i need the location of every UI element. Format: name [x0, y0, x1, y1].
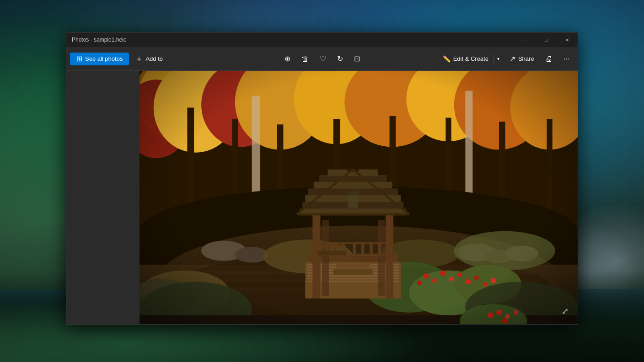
photo-display	[140, 71, 578, 324]
toolbar-center: ⊕ 🗑 ♡ ↻ ⊡	[280, 53, 365, 65]
see-all-photos-label: See all photos	[85, 55, 123, 62]
edit-create-label: Edit & Create	[453, 55, 488, 62]
share-icon: ↗	[510, 55, 515, 63]
favorite-button[interactable]: ♡	[315, 53, 331, 65]
delete-icon: 🗑	[301, 55, 309, 63]
print-icon: 🖨	[545, 55, 553, 63]
rotate-icon: ↻	[337, 55, 343, 63]
chevron-down-icon: ▾	[497, 56, 499, 61]
see-all-photos-button[interactable]: ⊞ See all photos	[70, 53, 129, 65]
window-title: Photos - sample1.heic	[72, 37, 126, 43]
edit-create-icon: ✏️	[443, 55, 451, 63]
title-bar: Photos - sample1.heic ─ □ ✕	[66, 32, 578, 47]
sidebar-panel	[66, 71, 140, 324]
more-icon: ···	[564, 55, 569, 63]
edit-create-main-button[interactable]: ✏️ Edit & Create	[438, 53, 493, 65]
zoom-icon: ⊕	[284, 55, 290, 63]
share-label: Share	[518, 55, 534, 62]
content-area: ⤢	[66, 71, 578, 324]
close-button[interactable]: ✕	[557, 32, 578, 47]
toolbar-left: ⊞ See all photos ＋ Add to	[70, 53, 280, 65]
print-button[interactable]: 🖨	[541, 53, 557, 65]
svg-rect-114	[140, 71, 578, 324]
share-button[interactable]: ↗ Share	[505, 53, 539, 65]
minimize-button[interactable]: ─	[515, 32, 536, 47]
photos-app-window: Photos - sample1.heic ─ □ ✕ ⊞ See all ph…	[66, 32, 578, 325]
add-to-label: Add to	[145, 55, 163, 62]
crop-button[interactable]: ⊡	[349, 53, 365, 65]
add-icon: ＋	[135, 55, 143, 63]
delete-button[interactable]: 🗑	[297, 53, 313, 65]
toolbar-right: ✏️ Edit & Create ▾ ↗ Share 🖨 ···	[365, 53, 574, 65]
maximize-button[interactable]: □	[536, 32, 557, 47]
fullscreen-button[interactable]: ⤢	[558, 304, 572, 319]
photos-grid-icon: ⊞	[76, 55, 82, 63]
edit-create-button-group: ✏️ Edit & Create ▾	[438, 53, 503, 65]
autumn-photo-svg	[140, 71, 578, 324]
fullscreen-icon: ⤢	[562, 306, 569, 316]
edit-create-chevron-button[interactable]: ▾	[493, 53, 503, 64]
zoom-button[interactable]: ⊕	[280, 53, 295, 65]
crop-icon: ⊡	[354, 55, 360, 63]
add-to-button[interactable]: ＋ Add to	[131, 53, 167, 65]
title-controls: ─ □ ✕	[515, 32, 578, 47]
more-options-button[interactable]: ···	[559, 53, 574, 65]
rotate-button[interactable]: ↻	[333, 53, 348, 65]
photo-container: ⤢	[140, 71, 578, 324]
toolbar: ⊞ See all photos ＋ Add to ⊕ 🗑 ♡	[66, 47, 578, 71]
heart-icon: ♡	[320, 55, 326, 63]
